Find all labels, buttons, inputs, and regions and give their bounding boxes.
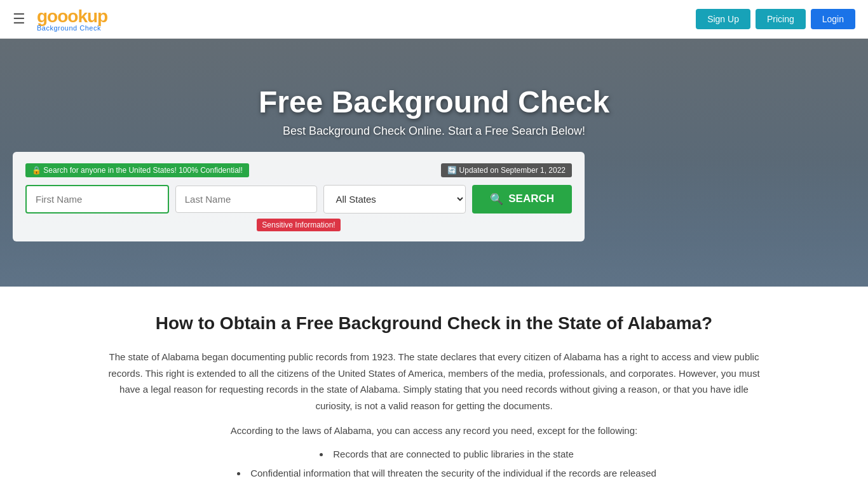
logo-kup: kup bbox=[78, 6, 107, 26]
list-item: Confidential information that will threa… bbox=[129, 464, 764, 483]
search-icon: 🔍 bbox=[490, 193, 503, 206]
sensitive-badge: Sensitive Information! bbox=[257, 219, 340, 231]
section-title: How to Obtain a Free Background Check in… bbox=[104, 312, 764, 335]
logo-subtitle: Background Check bbox=[37, 24, 101, 32]
navbar: ☰ goookup Background Check Sign Up Prici… bbox=[0, 0, 868, 39]
hero-section: Free Background Check Best Background Ch… bbox=[0, 39, 868, 287]
list-item: Records that are connected to public lib… bbox=[129, 445, 764, 464]
hero-subtitle: Best Background Check Online. Start a Fr… bbox=[13, 125, 855, 138]
hero-title: Free Background Check bbox=[13, 85, 855, 119]
list-intro: According to the laws of Alabama, you ca… bbox=[104, 425, 764, 436]
last-name-input[interactable] bbox=[175, 186, 318, 213]
search-button[interactable]: 🔍 SEARCH bbox=[472, 185, 572, 214]
confidential-badge: 🔒 Search for anyone in the United States… bbox=[25, 163, 249, 177]
search-button-label: SEARCH bbox=[508, 193, 554, 205]
signup-button[interactable]: Sign Up bbox=[696, 9, 750, 29]
login-button[interactable]: Login bbox=[811, 9, 855, 29]
pricing-button[interactable]: Pricing bbox=[756, 9, 806, 29]
list-item: Confidential information that has been s… bbox=[129, 483, 764, 488]
section-list: Records that are connected to public lib… bbox=[104, 445, 764, 488]
search-box-top: 🔒 Search for anyone in the United States… bbox=[25, 163, 572, 177]
updated-badge: 🔄 Updated on September 1, 2022 bbox=[441, 163, 572, 177]
logo[interactable]: goookup Background Check bbox=[37, 6, 107, 32]
logo-go: go bbox=[37, 6, 57, 26]
hero-content: Free Background Check Best Background Ch… bbox=[0, 85, 868, 241]
navbar-actions: Sign Up Pricing Login bbox=[696, 9, 855, 29]
logo-oo: oo bbox=[57, 6, 78, 26]
menu-icon[interactable]: ☰ bbox=[13, 11, 25, 27]
section-body: The state of Alabama began documenting p… bbox=[104, 349, 764, 414]
search-box: 🔒 Search for anyone in the United States… bbox=[13, 152, 585, 241]
search-inputs: All States Alabama Alaska Arizona Arkans… bbox=[25, 185, 572, 214]
state-select[interactable]: All States Alabama Alaska Arizona Arkans… bbox=[323, 185, 466, 214]
main-content: How to Obtain a Free Background Check in… bbox=[85, 287, 783, 488]
first-name-input[interactable] bbox=[25, 185, 169, 214]
